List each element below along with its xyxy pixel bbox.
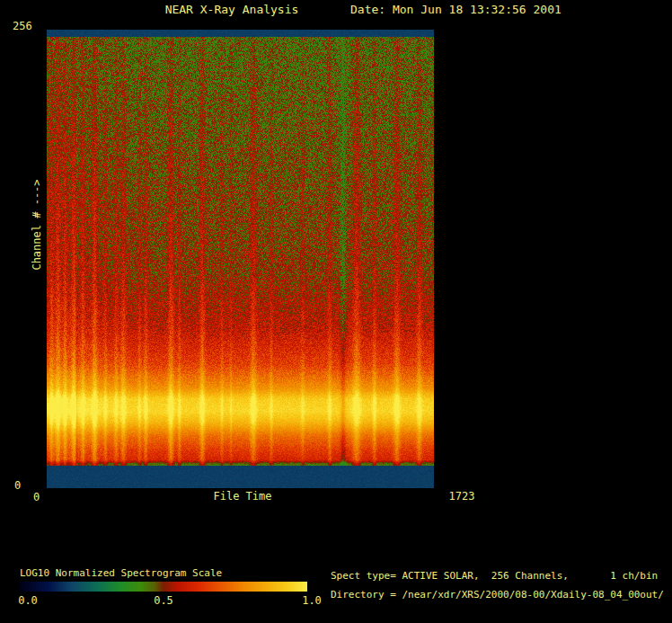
colorbar-tick-05: 0.5 — [154, 594, 173, 607]
directory-line: Directory = /near/xdr/XRS/2000/08-00/Xda… — [331, 589, 664, 601]
colorbar-tick-1: 1.0 — [302, 594, 322, 607]
y-axis-label: Channel # ---> — [31, 179, 43, 270]
y-axis-min-tick: 0 — [14, 479, 21, 492]
near-xray-analysis-window: NEAR X-Ray Analysis Date: Mon Jun 18 13:… — [0, 0, 672, 623]
colorbar — [20, 582, 307, 592]
spectrogram-heatmap — [47, 30, 434, 488]
colorbar-title: LOG10 Normalized Spectrogram Scale — [20, 567, 222, 580]
spect-type-line: Spect type= ACTIVE SOLAR, 256 Channels, … — [331, 570, 658, 583]
x-axis-max-tick: 1723 — [449, 490, 475, 503]
page-title: NEAR X-Ray Analysis — [165, 4, 299, 16]
x-axis-label: File Time — [213, 490, 271, 503]
date-label: Date: Mon Jun 18 13:32:56 2001 — [350, 4, 561, 16]
x-axis-min-tick: 0 — [33, 491, 40, 503]
colorbar-tick-0: 0.0 — [18, 594, 38, 607]
y-axis-max-tick: 256 — [13, 20, 32, 32]
